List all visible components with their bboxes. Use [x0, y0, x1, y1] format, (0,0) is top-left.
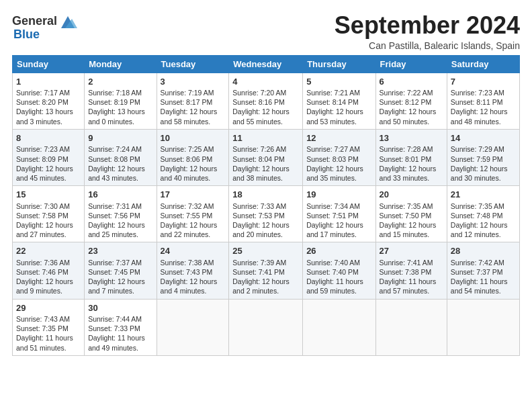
day-number: 6	[380, 76, 443, 88]
day-info: Sunrise: 7:20 AMSunset: 8:16 PMDaylight:…	[232, 88, 299, 126]
day-number: 13	[380, 132, 443, 144]
calendar-cell: 25Sunrise: 7:39 AMSunset: 7:41 PMDayligh…	[229, 242, 303, 299]
calendar-table: Sunday Monday Tuesday Wednesday Thursday…	[12, 55, 520, 356]
day-info: Sunrise: 7:35 AMSunset: 7:48 PMDaylight:…	[451, 201, 516, 240]
weekday-header-row: Sunday Monday Tuesday Wednesday Thursday…	[13, 55, 520, 73]
calendar-cell: 11Sunrise: 7:26 AMSunset: 8:04 PMDayligh…	[229, 129, 303, 185]
calendar-cell: 21Sunrise: 7:35 AMSunset: 7:48 PMDayligh…	[447, 186, 519, 242]
calendar-cell: 27Sunrise: 7:41 AMSunset: 7:38 PMDayligh…	[375, 242, 447, 299]
day-info: Sunrise: 7:33 AMSunset: 7:53 PMDaylight:…	[232, 201, 299, 240]
day-info: Sunrise: 7:41 AMSunset: 7:38 PMDaylight:…	[380, 258, 443, 296]
day-number: 9	[88, 132, 152, 144]
day-info: Sunrise: 7:27 AMSunset: 8:03 PMDaylight:…	[306, 144, 371, 183]
calendar-cell	[447, 299, 519, 355]
day-number: 5	[306, 76, 371, 88]
day-info: Sunrise: 7:36 AMSunset: 7:46 PMDaylight:…	[16, 258, 81, 296]
day-number: 11	[232, 132, 299, 144]
week-row-4: 22Sunrise: 7:36 AMSunset: 7:46 PMDayligh…	[13, 242, 520, 299]
location-subtitle: Can Pastilla, Balearic Islands, Spain	[335, 40, 520, 51]
header-sunday: Sunday	[13, 55, 85, 73]
calendar-cell	[303, 299, 375, 355]
day-number: 4	[232, 76, 299, 88]
day-number: 29	[16, 302, 81, 314]
calendar-cell: 16Sunrise: 7:31 AMSunset: 7:56 PMDayligh…	[85, 186, 157, 242]
calendar-cell	[375, 299, 447, 355]
calendar-cell: 20Sunrise: 7:35 AMSunset: 7:50 PMDayligh…	[375, 186, 447, 242]
week-row-3: 15Sunrise: 7:30 AMSunset: 7:58 PMDayligh…	[13, 186, 520, 242]
month-title: September 2024	[335, 12, 520, 39]
calendar-cell: 12Sunrise: 7:27 AMSunset: 8:03 PMDayligh…	[303, 129, 375, 185]
day-number: 20	[380, 189, 443, 201]
day-number: 24	[161, 245, 226, 257]
day-info: Sunrise: 7:29 AMSunset: 7:59 PMDaylight:…	[451, 144, 516, 183]
day-info: Sunrise: 7:19 AMSunset: 8:17 PMDaylight:…	[161, 88, 226, 126]
header-friday: Friday	[375, 55, 447, 73]
day-number: 12	[306, 132, 371, 144]
day-number: 8	[16, 132, 81, 144]
calendar-cell: 7Sunrise: 7:23 AMSunset: 8:11 PMDaylight…	[447, 73, 519, 129]
logo-general-text: General	[12, 15, 57, 28]
day-number: 28	[451, 245, 516, 257]
page: General Blue September 2024 Can Pastilla…	[0, 0, 532, 411]
day-info: Sunrise: 7:25 AMSunset: 8:06 PMDaylight:…	[161, 144, 226, 183]
day-info: Sunrise: 7:43 AMSunset: 7:35 PMDaylight:…	[16, 314, 81, 353]
day-info: Sunrise: 7:39 AMSunset: 7:41 PMDaylight:…	[232, 258, 299, 296]
day-info: Sunrise: 7:22 AMSunset: 8:12 PMDaylight:…	[380, 88, 443, 126]
week-row-5: 29Sunrise: 7:43 AMSunset: 7:35 PMDayligh…	[13, 299, 520, 355]
day-number: 14	[451, 132, 516, 144]
day-number: 17	[161, 189, 226, 201]
day-number: 19	[306, 189, 371, 201]
calendar-cell: 5Sunrise: 7:21 AMSunset: 8:14 PMDaylight…	[303, 73, 375, 129]
day-number: 25	[232, 245, 299, 257]
header-monday: Monday	[85, 55, 157, 73]
day-info: Sunrise: 7:42 AMSunset: 7:37 PMDaylight:…	[451, 258, 516, 296]
day-number: 2	[88, 76, 152, 88]
day-number: 30	[88, 302, 152, 314]
logo: General Blue	[12, 12, 77, 42]
day-info: Sunrise: 7:35 AMSunset: 7:50 PMDaylight:…	[380, 201, 443, 240]
day-number: 27	[380, 245, 443, 257]
title-area: September 2024 Can Pastilla, Balearic Is…	[335, 12, 520, 51]
day-number: 15	[16, 189, 81, 201]
day-info: Sunrise: 7:23 AMSunset: 8:09 PMDaylight:…	[16, 144, 81, 183]
header-saturday: Saturday	[447, 55, 519, 73]
day-number: 18	[232, 189, 299, 201]
calendar-cell	[229, 299, 303, 355]
day-number: 7	[451, 76, 516, 88]
day-info: Sunrise: 7:37 AMSunset: 7:45 PMDaylight:…	[88, 258, 152, 296]
calendar-cell	[157, 299, 229, 355]
calendar-cell: 4Sunrise: 7:20 AMSunset: 8:16 PMDaylight…	[229, 73, 303, 129]
day-info: Sunrise: 7:21 AMSunset: 8:14 PMDaylight:…	[306, 88, 371, 126]
day-info: Sunrise: 7:26 AMSunset: 8:04 PMDaylight:…	[232, 144, 299, 183]
day-number: 3	[161, 76, 226, 88]
day-info: Sunrise: 7:24 AMSunset: 8:08 PMDaylight:…	[88, 144, 152, 183]
day-info: Sunrise: 7:38 AMSunset: 7:43 PMDaylight:…	[161, 258, 226, 296]
calendar-cell: 6Sunrise: 7:22 AMSunset: 8:12 PMDaylight…	[375, 73, 447, 129]
logo-blue-text: Blue	[13, 28, 40, 42]
day-info: Sunrise: 7:32 AMSunset: 7:55 PMDaylight:…	[161, 201, 226, 240]
calendar-cell: 28Sunrise: 7:42 AMSunset: 7:37 PMDayligh…	[447, 242, 519, 299]
header-wednesday: Wednesday	[229, 55, 303, 73]
day-number: 23	[88, 245, 152, 257]
day-info: Sunrise: 7:30 AMSunset: 7:58 PMDaylight:…	[16, 201, 81, 240]
day-number: 16	[88, 189, 152, 201]
logo-icon	[58, 12, 77, 31]
day-number: 26	[306, 245, 371, 257]
calendar-cell: 22Sunrise: 7:36 AMSunset: 7:46 PMDayligh…	[13, 242, 85, 299]
calendar-cell: 29Sunrise: 7:43 AMSunset: 7:35 PMDayligh…	[13, 299, 85, 355]
day-number: 22	[16, 245, 81, 257]
calendar-cell: 3Sunrise: 7:19 AMSunset: 8:17 PMDaylight…	[157, 73, 229, 129]
day-info: Sunrise: 7:17 AMSunset: 8:20 PMDaylight:…	[16, 88, 81, 126]
day-info: Sunrise: 7:44 AMSunset: 7:33 PMDaylight:…	[88, 314, 152, 353]
calendar-cell: 1Sunrise: 7:17 AMSunset: 8:20 PMDaylight…	[13, 73, 85, 129]
calendar-cell: 15Sunrise: 7:30 AMSunset: 7:58 PMDayligh…	[13, 186, 85, 242]
calendar-cell: 10Sunrise: 7:25 AMSunset: 8:06 PMDayligh…	[157, 129, 229, 185]
day-info: Sunrise: 7:40 AMSunset: 7:40 PMDaylight:…	[306, 258, 371, 296]
calendar-cell: 14Sunrise: 7:29 AMSunset: 7:59 PMDayligh…	[447, 129, 519, 185]
week-row-2: 8Sunrise: 7:23 AMSunset: 8:09 PMDaylight…	[13, 129, 520, 185]
calendar-cell: 18Sunrise: 7:33 AMSunset: 7:53 PMDayligh…	[229, 186, 303, 242]
calendar-cell: 13Sunrise: 7:28 AMSunset: 8:01 PMDayligh…	[375, 129, 447, 185]
day-number: 1	[16, 76, 81, 88]
calendar-cell: 8Sunrise: 7:23 AMSunset: 8:09 PMDaylight…	[13, 129, 85, 185]
calendar-cell: 23Sunrise: 7:37 AMSunset: 7:45 PMDayligh…	[85, 242, 157, 299]
